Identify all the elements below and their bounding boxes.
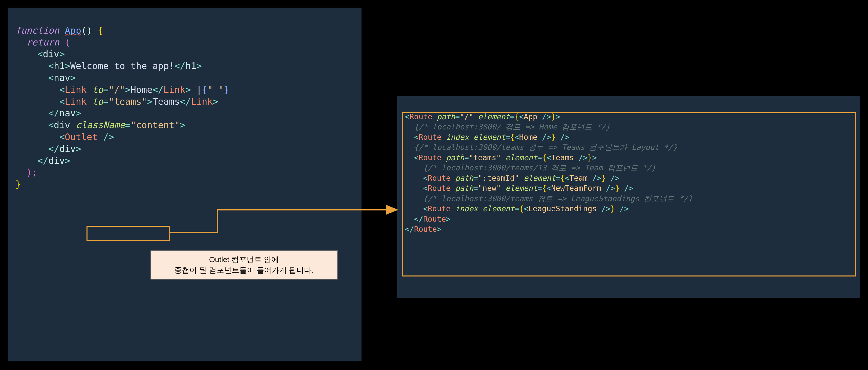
- angle-open: <: [48, 120, 54, 130]
- keyword-function: function: [16, 25, 59, 36]
- angle-open: <: [59, 96, 65, 107]
- angle-open: <: [59, 85, 65, 95]
- tag-div-close: div: [59, 143, 75, 154]
- tag-nav: nav: [54, 72, 70, 83]
- component-link: Link: [65, 96, 87, 107]
- callout-line2: 중첩이 된 컴포넌트들이 들어가게 됩니다.: [156, 265, 332, 275]
- tag-h1: h1: [54, 61, 65, 71]
- angle-close: >: [125, 85, 131, 95]
- function-name-app: App: [65, 25, 81, 36]
- angle-open: </: [175, 61, 185, 71]
- angle-open: </: [48, 143, 59, 154]
- string-content: "content": [130, 120, 180, 130]
- component-link-close: Link: [163, 85, 185, 95]
- text-welcome: Welcome to the app!: [70, 61, 175, 71]
- angle-open: </: [37, 156, 48, 166]
- angle-open: </: [48, 108, 59, 118]
- text-teams: Teams: [153, 96, 180, 107]
- angle-close: >: [180, 120, 185, 130]
- angle-close: >: [65, 61, 70, 71]
- component-outlet: Outlet: [65, 132, 98, 142]
- component-link: Link: [65, 85, 87, 95]
- angle-open: </: [153, 85, 163, 95]
- angle-close: >: [65, 156, 70, 166]
- angle-close: >: [75, 108, 81, 118]
- angle-close: >: [196, 61, 202, 71]
- self-close: />: [103, 132, 114, 142]
- component-link-close: Link: [191, 96, 213, 107]
- angle-open: <: [48, 72, 54, 83]
- angle-open: <: [37, 49, 43, 59]
- string-root: "/": [109, 85, 125, 95]
- tag-nav-close: nav: [59, 108, 75, 118]
- angle-close: >: [147, 96, 153, 107]
- attr-to: to: [92, 96, 103, 107]
- string-teams: "teams": [109, 96, 147, 107]
- brace-close: }: [16, 179, 21, 189]
- text-home: Home: [130, 85, 153, 95]
- keyword-return: return: [26, 37, 59, 47]
- callout-box: Outlet 컴포넌트 안에 중첩이 된 컴포넌트들이 들어가게 됩니다.: [151, 250, 338, 279]
- attr-to: to: [92, 85, 103, 95]
- paren-close: );: [26, 167, 37, 177]
- angle-close: >: [59, 49, 65, 59]
- highlight-nested-routes-box: [402, 112, 856, 276]
- angle-close: >: [185, 85, 191, 95]
- paren-open: (: [59, 37, 70, 47]
- tag-div: div: [54, 120, 70, 130]
- brace-open: {: [92, 25, 103, 36]
- angle-open: <: [48, 61, 54, 71]
- string-space: " ": [207, 85, 224, 95]
- parens: (): [81, 25, 92, 36]
- tag-div: div: [43, 49, 59, 59]
- angle-open: <: [59, 132, 65, 142]
- code-editor-left: function App() { return ( <div> <h1>Welc…: [8, 8, 362, 361]
- highlight-outlet-box: [87, 226, 170, 241]
- angle-open: </: [180, 96, 191, 107]
- angle-close: >: [75, 143, 81, 154]
- angle-close: >: [70, 72, 76, 83]
- attr-classname: className: [75, 120, 125, 130]
- tag-h1-close: h1: [185, 61, 196, 71]
- callout-line1: Outlet 컴포넌트 안에: [156, 254, 332, 265]
- tag-div-close: div: [48, 156, 65, 166]
- angle-close: >: [213, 96, 218, 107]
- text-pipe: |: [191, 85, 202, 95]
